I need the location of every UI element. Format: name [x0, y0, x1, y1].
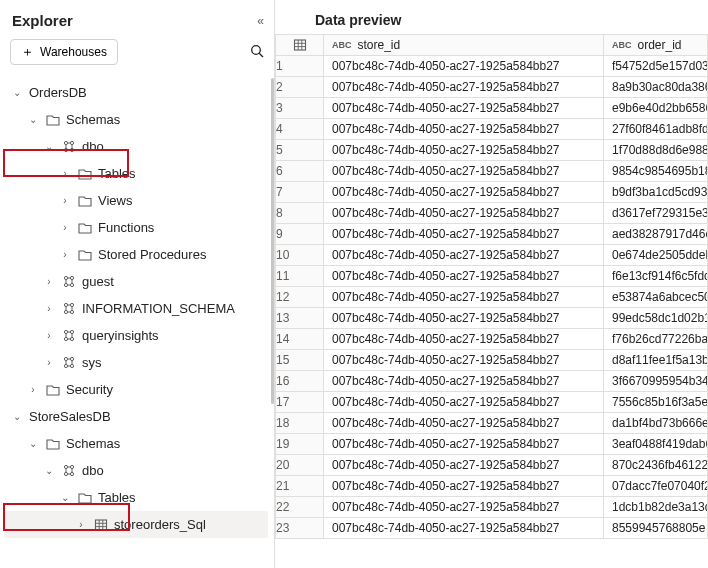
plus-icon: ＋: [21, 43, 34, 61]
schema-icon: [61, 464, 77, 478]
search-icon[interactable]: [250, 44, 264, 61]
cell-order-id[interactable]: f76b26cd77226ba5: [604, 329, 708, 350]
tree-node-schemas-ss[interactable]: ⌄ Schemas: [4, 430, 268, 457]
table-row[interactable]: 14007bc48c-74db-4050-ac27-1925a584bb27f7…: [276, 329, 708, 350]
table-row[interactable]: 12007bc48c-74db-4050-ac27-1925a584bb27e5…: [276, 287, 708, 308]
cell-order-id[interactable]: f54752d5e157d03f: [604, 56, 708, 77]
cell-order-id[interactable]: e9b6e40d2bb65861: [604, 98, 708, 119]
cell-order-id[interactable]: d3617ef729315e39: [604, 203, 708, 224]
table-row[interactable]: 6007bc48c-74db-4050-ac27-1925a584bb27985…: [276, 161, 708, 182]
cell-store-id[interactable]: 007bc48c-74db-4050-ac27-1925a584bb27: [324, 224, 604, 245]
data-grid[interactable]: ABCstore_id ABCorder_id 1007bc48c-74db-4…: [275, 34, 708, 568]
cell-store-id[interactable]: 007bc48c-74db-4050-ac27-1925a584bb27: [324, 308, 604, 329]
tree-node-storesalesdb[interactable]: ⌄ StoreSalesDB: [4, 403, 268, 430]
table-row[interactable]: 2007bc48c-74db-4050-ac27-1925a584bb278a9…: [276, 77, 708, 98]
cell-store-id[interactable]: 007bc48c-74db-4050-ac27-1925a584bb27: [324, 329, 604, 350]
cell-order-id[interactable]: 8a9b30ac80da3860: [604, 77, 708, 98]
cell-order-id[interactable]: 0e674de2505ddeb: [604, 245, 708, 266]
column-header-store-id[interactable]: ABCstore_id: [324, 35, 604, 56]
table-row[interactable]: 3007bc48c-74db-4050-ac27-1925a584bb27e9b…: [276, 98, 708, 119]
cell-store-id[interactable]: 007bc48c-74db-4050-ac27-1925a584bb27: [324, 266, 604, 287]
table-row[interactable]: 4007bc48c-74db-4050-ac27-1925a584bb2727f…: [276, 119, 708, 140]
cell-store-id[interactable]: 007bc48c-74db-4050-ac27-1925a584bb27: [324, 413, 604, 434]
cell-order-id[interactable]: 07dacc7fe07040f20: [604, 476, 708, 497]
table-row[interactable]: 13007bc48c-74db-4050-ac27-1925a584bb2799…: [276, 308, 708, 329]
cell-order-id[interactable]: d8af11fee1f5a13bf: [604, 350, 708, 371]
cell-order-id[interactable]: b9df3ba1cd5cd93a: [604, 182, 708, 203]
tree-node-dbo[interactable]: ⌄ dbo: [4, 133, 268, 160]
scrollbar-indicator[interactable]: [271, 78, 274, 404]
cell-order-id[interactable]: da1bf4bd73b666e0: [604, 413, 708, 434]
tree-node-information-schema[interactable]: › INFORMATION_SCHEMA: [4, 295, 268, 322]
cell-order-id[interactable]: 8559945768805e: [604, 518, 708, 539]
table-row[interactable]: 20007bc48c-74db-4050-ac27-1925a584bb2787…: [276, 455, 708, 476]
cell-store-id[interactable]: 007bc48c-74db-4050-ac27-1925a584bb27: [324, 245, 604, 266]
cell-store-id[interactable]: 007bc48c-74db-4050-ac27-1925a584bb27: [324, 497, 604, 518]
cell-store-id[interactable]: 007bc48c-74db-4050-ac27-1925a584bb27: [324, 287, 604, 308]
add-warehouse-button[interactable]: ＋ Warehouses: [10, 39, 118, 65]
corner-cell: [276, 35, 324, 56]
cell-store-id[interactable]: 007bc48c-74db-4050-ac27-1925a584bb27: [324, 182, 604, 203]
cell-store-id[interactable]: 007bc48c-74db-4050-ac27-1925a584bb27: [324, 77, 604, 98]
cell-store-id[interactable]: 007bc48c-74db-4050-ac27-1925a584bb27: [324, 455, 604, 476]
cell-order-id[interactable]: 27f60f8461adb8fd: [604, 119, 708, 140]
explorer-tree[interactable]: ⌄ OrdersDB ⌄ Schemas ⌄ dbo › Tables › Vi…: [0, 75, 274, 568]
table-row[interactable]: 1007bc48c-74db-4050-ac27-1925a584bb27f54…: [276, 56, 708, 77]
cell-order-id[interactable]: 7556c85b16f3a5e8: [604, 392, 708, 413]
cell-order-id[interactable]: e53874a6abcec503: [604, 287, 708, 308]
row-number: 21: [276, 476, 324, 497]
cell-store-id[interactable]: 007bc48c-74db-4050-ac27-1925a584bb27: [324, 98, 604, 119]
tree-node-queryinsights[interactable]: › queryinsights: [4, 322, 268, 349]
cell-order-id[interactable]: 99edc58dc1d02b11: [604, 308, 708, 329]
cell-store-id[interactable]: 007bc48c-74db-4050-ac27-1925a584bb27: [324, 434, 604, 455]
cell-order-id[interactable]: 3f6670995954b34c: [604, 371, 708, 392]
cell-order-id[interactable]: 1f70d88d8d6e9880: [604, 140, 708, 161]
cell-order-id[interactable]: 3eaf0488f419dab6: [604, 434, 708, 455]
table-row[interactable]: 16007bc48c-74db-4050-ac27-1925a584bb273f…: [276, 371, 708, 392]
cell-store-id[interactable]: 007bc48c-74db-4050-ac27-1925a584bb27: [324, 476, 604, 497]
tree-node-sys[interactable]: › sys: [4, 349, 268, 376]
tree-node-schemas[interactable]: ⌄ Schemas: [4, 106, 268, 133]
cell-store-id[interactable]: 007bc48c-74db-4050-ac27-1925a584bb27: [324, 392, 604, 413]
table-row[interactable]: 10007bc48c-74db-4050-ac27-1925a584bb270e…: [276, 245, 708, 266]
collapse-panel-icon[interactable]: «: [257, 14, 264, 28]
cell-order-id[interactable]: 1dcb1b82de3a13d2: [604, 497, 708, 518]
tree-node-storeorders-sql[interactable]: › storeorders_Sql: [4, 511, 268, 538]
cell-order-id[interactable]: 870c2436fb461222: [604, 455, 708, 476]
table-row[interactable]: 18007bc48c-74db-4050-ac27-1925a584bb27da…: [276, 413, 708, 434]
column-header-order-id[interactable]: ABCorder_id: [604, 35, 708, 56]
table-row[interactable]: 23007bc48c-74db-4050-ac27-1925a584bb2785…: [276, 518, 708, 539]
tree-node-tables-ss[interactable]: ⌄ Tables: [4, 484, 268, 511]
tree-node-ordersdb[interactable]: ⌄ OrdersDB: [4, 79, 268, 106]
cell-store-id[interactable]: 007bc48c-74db-4050-ac27-1925a584bb27: [324, 161, 604, 182]
row-number: 3: [276, 98, 324, 119]
tree-node-views[interactable]: › Views: [4, 187, 268, 214]
table-row[interactable]: 9007bc48c-74db-4050-ac27-1925a584bb27aed…: [276, 224, 708, 245]
schema-icon: [61, 302, 77, 316]
cell-store-id[interactable]: 007bc48c-74db-4050-ac27-1925a584bb27: [324, 203, 604, 224]
table-row[interactable]: 19007bc48c-74db-4050-ac27-1925a584bb273e…: [276, 434, 708, 455]
cell-store-id[interactable]: 007bc48c-74db-4050-ac27-1925a584bb27: [324, 56, 604, 77]
cell-store-id[interactable]: 007bc48c-74db-4050-ac27-1925a584bb27: [324, 518, 604, 539]
cell-store-id[interactable]: 007bc48c-74db-4050-ac27-1925a584bb27: [324, 371, 604, 392]
cell-order-id[interactable]: aed38287917d46c0: [604, 224, 708, 245]
tree-node-guest[interactable]: › guest: [4, 268, 268, 295]
table-row[interactable]: 21007bc48c-74db-4050-ac27-1925a584bb2707…: [276, 476, 708, 497]
tree-node-dbo-ss[interactable]: ⌄ dbo: [4, 457, 268, 484]
tree-node-tables[interactable]: › Tables: [4, 160, 268, 187]
table-row[interactable]: 8007bc48c-74db-4050-ac27-1925a584bb27d36…: [276, 203, 708, 224]
cell-store-id[interactable]: 007bc48c-74db-4050-ac27-1925a584bb27: [324, 119, 604, 140]
tree-node-security[interactable]: › Security: [4, 376, 268, 403]
tree-node-functions[interactable]: › Functions: [4, 214, 268, 241]
cell-store-id[interactable]: 007bc48c-74db-4050-ac27-1925a584bb27: [324, 350, 604, 371]
table-row[interactable]: 5007bc48c-74db-4050-ac27-1925a584bb271f7…: [276, 140, 708, 161]
table-row[interactable]: 11007bc48c-74db-4050-ac27-1925a584bb27f6…: [276, 266, 708, 287]
table-row[interactable]: 17007bc48c-74db-4050-ac27-1925a584bb2775…: [276, 392, 708, 413]
cell-store-id[interactable]: 007bc48c-74db-4050-ac27-1925a584bb27: [324, 140, 604, 161]
cell-order-id[interactable]: f6e13cf914f6c5fdc: [604, 266, 708, 287]
cell-order-id[interactable]: 9854c9854695b185: [604, 161, 708, 182]
table-row[interactable]: 22007bc48c-74db-4050-ac27-1925a584bb271d…: [276, 497, 708, 518]
table-row[interactable]: 15007bc48c-74db-4050-ac27-1925a584bb27d8…: [276, 350, 708, 371]
tree-node-stored-procedures[interactable]: › Stored Procedures: [4, 241, 268, 268]
table-row[interactable]: 7007bc48c-74db-4050-ac27-1925a584bb27b9d…: [276, 182, 708, 203]
